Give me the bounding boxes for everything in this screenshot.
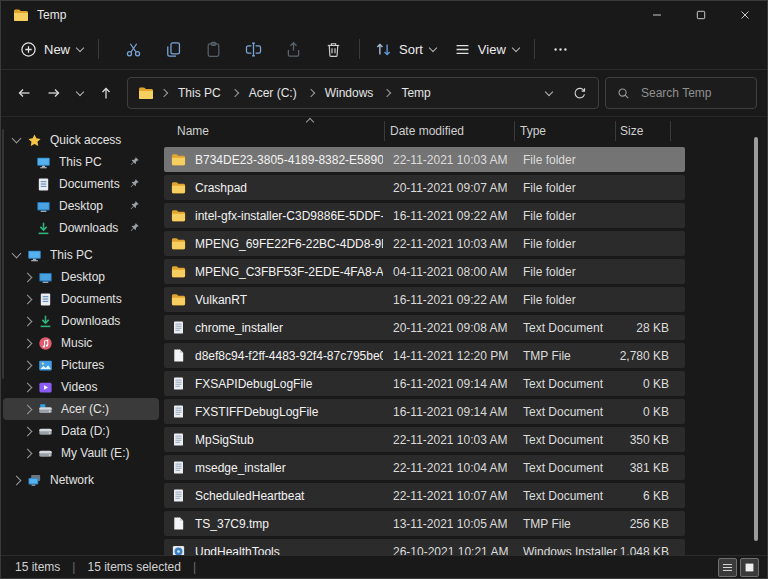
delete-button[interactable] <box>313 33 353 65</box>
new-button[interactable]: New <box>11 33 92 65</box>
file-row[interactable]: chrome_installer 20-11-2021 09:08 AM Tex… <box>164 315 685 340</box>
column-divider[interactable] <box>615 121 616 141</box>
copy-button[interactable] <box>153 33 193 65</box>
file-row[interactable]: VulkanRT 16-11-2021 09:22 AM File folder <box>164 287 685 312</box>
file-row[interactable]: intel-gfx-installer-C3D9886E-5DDF-48BC..… <box>164 203 685 228</box>
search-box[interactable] <box>605 77 757 109</box>
downloads-icon <box>36 221 51 236</box>
view-button[interactable]: View <box>445 33 528 65</box>
videos-icon <box>38 380 53 395</box>
minimize-button[interactable] <box>635 1 679 29</box>
chevron-down-icon[interactable] <box>12 249 22 259</box>
maximize-button[interactable] <box>679 1 723 29</box>
file-date: 13-11-2021 10:05 AM <box>393 517 508 531</box>
sidebar-item-downloads-pinned[interactable]: Downloads <box>3 217 159 239</box>
column-divider[interactable] <box>384 121 385 141</box>
refresh-button[interactable] <box>566 80 592 106</box>
chevron-right-icon <box>383 89 391 97</box>
sidebar-item-acer-c[interactable]: Acer (C:) <box>3 398 159 420</box>
sidebar-item-desktop[interactable]: Desktop <box>3 266 159 288</box>
sidebar-item-network[interactable]: Network <box>3 469 159 491</box>
close-icon <box>738 8 752 22</box>
chevron-right-icon[interactable] <box>23 338 33 348</box>
forward-button[interactable] <box>39 78 69 108</box>
paste-button[interactable] <box>193 33 233 65</box>
chevron-right-icon[interactable] <box>23 272 33 282</box>
file-size: 0 KB <box>544 377 669 391</box>
column-header-type[interactable]: Type <box>520 124 546 138</box>
large-icons-view-button[interactable] <box>740 558 759 577</box>
sidebar-item-videos[interactable]: Videos <box>3 376 159 398</box>
file-row[interactable]: TS_37C9.tmp 13-11-2021 10:05 AM TMP File… <box>164 511 685 536</box>
file-row[interactable]: msedge_installer 22-11-2021 10:04 AM Tex… <box>164 455 685 480</box>
details-view-button[interactable] <box>718 558 737 577</box>
breadcrumb-this-pc[interactable]: This PC <box>174 86 225 100</box>
sidebar-item-documents-pinned[interactable]: Documents <box>3 173 159 195</box>
breadcrumb-temp[interactable]: Temp <box>397 86 434 100</box>
file-row[interactable]: MPENG_C3FBF53F-2EDE-4FA8-AFCB-0B2... 04-… <box>164 259 685 284</box>
file-row[interactable]: FXSAPIDebugLogFile 16-11-2021 09:14 AM T… <box>164 371 685 396</box>
file-row[interactable]: MpSigStub 22-11-2021 10:03 AM Text Docum… <box>164 427 685 452</box>
minimize-icon <box>650 8 664 22</box>
sidebar-item-quick-access[interactable]: Quick access <box>3 129 159 151</box>
breadcrumb-windows[interactable]: Windows <box>321 86 378 100</box>
chevron-right-icon[interactable] <box>23 448 33 458</box>
column-header-name[interactable]: Name <box>177 124 209 138</box>
sidebar-item-documents[interactable]: Documents <box>3 288 159 310</box>
file-size: 381 KB <box>544 461 669 475</box>
chevron-right-icon[interactable] <box>23 316 33 326</box>
sidebar-item-music[interactable]: Music <box>3 332 159 354</box>
cut-button[interactable] <box>113 33 153 65</box>
chevron-down-icon[interactable] <box>12 134 22 144</box>
chevron-right-icon[interactable] <box>23 294 33 304</box>
close-button[interactable] <box>723 1 767 29</box>
sidebar-item-my-vault-e[interactable]: My Vault (E:) <box>3 442 159 464</box>
file-row[interactable]: FXSTIFFDebugLogFile 16-11-2021 09:14 AM … <box>164 399 685 424</box>
recent-locations-button[interactable] <box>69 78 91 108</box>
content-area: Quick access This PC Documents Desktop D… <box>1 115 767 556</box>
address-dropdown-button[interactable] <box>536 80 562 106</box>
file-name: msedge_installer <box>195 461 286 475</box>
sort-ascending-icon <box>306 118 314 126</box>
chevron-right-icon[interactable] <box>12 475 22 485</box>
file-size: 0 KB <box>544 405 669 419</box>
sort-button[interactable]: Sort <box>366 33 445 65</box>
rename-button[interactable] <box>233 33 273 65</box>
up-button[interactable] <box>91 78 121 108</box>
file-size: 350 KB <box>544 433 669 447</box>
file-row[interactable]: B734DE23-3805-4189-8382-E58906D66A... 22… <box>164 147 685 172</box>
chevron-right-icon[interactable] <box>23 382 33 392</box>
sidebar-item-pictures[interactable]: Pictures <box>3 354 159 376</box>
more-options-button[interactable] <box>541 33 581 65</box>
back-button[interactable] <box>9 78 39 108</box>
address-bar: This PC Acer (C:) Windows Temp <box>1 70 767 117</box>
breadcrumb-acer-c[interactable]: Acer (C:) <box>245 86 301 100</box>
column-divider[interactable] <box>670 121 671 141</box>
sidebar-item-data-d[interactable]: Data (D:) <box>3 420 159 442</box>
new-button-label: New <box>44 42 70 57</box>
vertical-scrollbar[interactable] <box>754 137 758 541</box>
chevron-right-icon[interactable] <box>23 426 33 436</box>
column-header-date-modified[interactable]: Date modified <box>390 124 464 138</box>
file-row[interactable]: d8ef8c94-f2ff-4483-92f4-87c795be0d56... … <box>164 343 685 368</box>
sidebar-item-this-pc[interactable]: This PC <box>3 244 159 266</box>
column-divider[interactable] <box>514 121 515 141</box>
column-header-size[interactable]: Size <box>620 124 643 138</box>
sidebar-item-label: Documents <box>61 292 122 306</box>
file-row[interactable]: UpdHealthTools 26-10-2021 10:21 AM Windo… <box>164 539 685 556</box>
breadcrumb[interactable]: This PC Acer (C:) Windows Temp <box>127 77 599 109</box>
monitor-icon <box>27 248 42 263</box>
chevron-right-icon[interactable] <box>23 404 33 414</box>
file-name: FXSTIFFDebugLogFile <box>195 405 318 419</box>
sidebar-item-this-pc-pinned[interactable]: This PC <box>3 151 159 173</box>
chevron-down-icon <box>76 43 84 51</box>
search-input[interactable] <box>639 85 746 101</box>
share-button[interactable] <box>273 33 313 65</box>
file-row[interactable]: MPENG_69FE22F6-22BC-4DD8-9B54-B57... 22-… <box>164 231 685 256</box>
file-row[interactable]: Crashpad 20-11-2021 09:07 AM File folder <box>164 175 685 200</box>
file-row[interactable]: ScheduledHeartbeat 22-11-2021 10:07 AM T… <box>164 483 685 508</box>
chevron-right-icon[interactable] <box>23 360 33 370</box>
sidebar-item-label: Downloads <box>61 314 120 328</box>
sidebar-item-desktop-pinned[interactable]: Desktop <box>3 195 159 217</box>
sidebar-item-downloads[interactable]: Downloads <box>3 310 159 332</box>
